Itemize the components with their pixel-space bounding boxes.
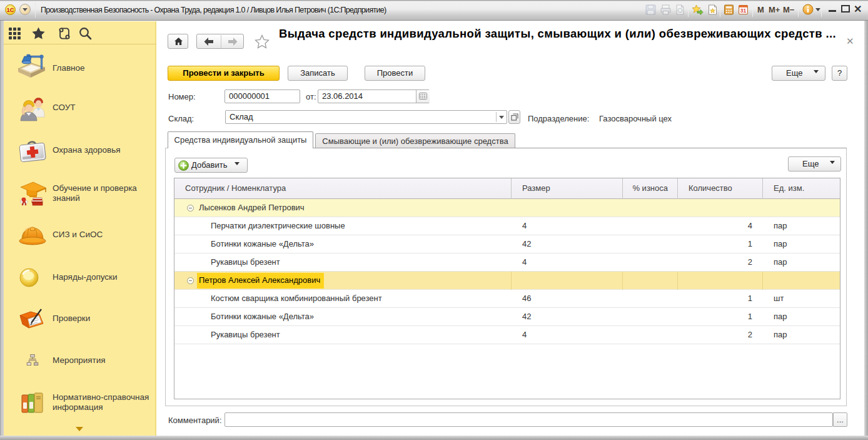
svg-text:31: 31 [740, 8, 747, 14]
